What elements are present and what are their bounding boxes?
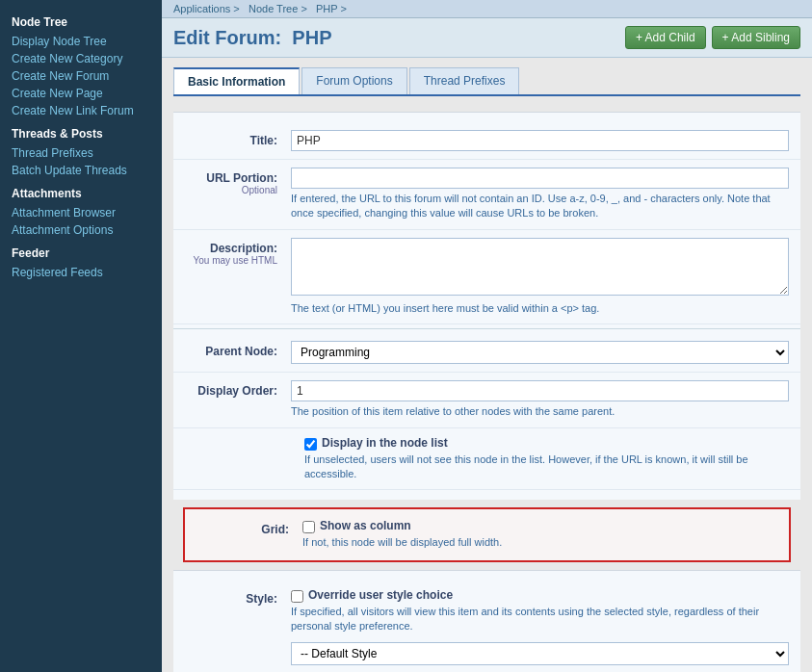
header-buttons: + Add Child + Add Sibling [625,26,800,49]
add-child-button[interactable]: + Add Child [625,26,706,49]
url-hint: If entered, the URL to this forum will n… [291,192,789,221]
sidebar-link-create-category[interactable]: Create New Category [0,50,162,67]
sidebar-link-registered-feeds[interactable]: Registered Feeds [0,264,162,281]
tab-thread-prefixes[interactable]: Thread Prefixes [409,67,520,94]
grid-section: Grid: Show as column If not, this node w… [183,507,791,561]
tabs: Basic Information Forum Options Thread P… [173,67,800,96]
title-field [291,130,789,151]
grid-inner: Grid: Show as column If not, this node w… [196,519,777,550]
display-order-input[interactable] [291,380,789,401]
content-area: Basic Information Forum Options Thread P… [162,58,812,672]
override-style-hint: If specified, all visitors will view thi… [291,605,789,634]
sidebar-section-node-tree: Node Tree [0,8,162,33]
sidebar: Node Tree Display Node Tree Create New C… [0,0,162,672]
breadcrumb-php[interactable]: PHP > [316,3,347,14]
breadcrumb-applications[interactable]: Applications > [173,3,240,14]
breadcrumb: Applications > Node Tree > PHP > [162,0,812,18]
style-field: Override user style choice If specified,… [291,588,789,665]
style-select[interactable]: -- Default Style [291,642,789,665]
page-title: Edit Forum: PHP [173,27,331,49]
url-field: If entered, the URL to this forum will n… [291,168,789,221]
sidebar-section-threads-posts: Threads & Posts [0,119,162,144]
sidebar-link-create-page[interactable]: Create New Page [0,85,162,102]
page-title-name: PHP [292,27,331,48]
url-row: URL Portion: Optional If entered, the UR… [173,160,800,230]
description-label: Description: You may use HTML [185,238,291,266]
title-label: Title: [185,130,291,147]
description-hint: The text (or HTML) you insert here must … [291,301,789,316]
breadcrumb-nodetree[interactable]: Node Tree > [249,3,307,14]
add-sibling-button[interactable]: + Add Sibling [712,26,800,49]
display-in-list-hint: If unselected, users will not see this n… [304,452,789,482]
grid-label: Grid: [196,519,302,536]
display-in-list-row: Display in the node list If unselected, … [173,428,800,491]
description-field: The text (or HTML) you insert here must … [291,238,789,316]
sidebar-link-batch-update[interactable]: Batch Update Threads [0,162,162,179]
parent-node-label: Parent Node: [185,341,291,358]
display-in-list-label: Display in the node list [304,436,789,451]
style-row: Style: Override user style choice If spe… [173,581,800,672]
show-as-column-hint: If not, this node will be displayed full… [302,535,777,550]
description-textarea[interactable] [291,238,789,296]
description-row: Description: You may use HTML The text (… [173,230,800,324]
page-title-prefix: Edit Forum: [173,27,281,48]
display-order-label: Display Order: [185,380,291,398]
show-as-column-label: Show as column [302,519,777,533]
display-order-hint: The position of this item relative to ot… [291,404,789,419]
display-order-field: The position of this item relative to ot… [291,380,789,419]
url-label: URL Portion: Optional [185,168,291,195]
sidebar-link-create-forum[interactable]: Create New Forum [0,67,162,85]
override-style-checkbox[interactable] [291,590,303,603]
title-input[interactable] [291,130,789,151]
parent-node-select[interactable]: Programming [291,341,789,364]
main-content: Applications > Node Tree > PHP > Edit Fo… [162,0,812,672]
url-input[interactable] [291,168,789,189]
sidebar-link-attachment-browser[interactable]: Attachment Browser [0,204,162,221]
sidebar-link-attachment-options[interactable]: Attachment Options [0,221,162,239]
style-select-container: -- Default Style [291,642,789,665]
style-label: Style: [185,588,291,606]
sidebar-section-feeder: Feeder [0,239,162,264]
show-as-column-checkbox[interactable] [302,521,315,533]
override-style-label: Override user style choice [291,588,789,603]
sidebar-link-create-link-forum[interactable]: Create New Link Forum [0,102,162,119]
page-header: Edit Forum: PHP + Add Child + Add Siblin… [162,18,812,58]
title-row: Title: [173,122,800,160]
grid-field: Show as column If not, this node will be… [302,519,777,550]
display-in-list-checkbox[interactable] [304,438,317,451]
sidebar-section-attachments: Attachments [0,179,162,204]
sidebar-link-thread-prefixes[interactable]: Thread Prefixes [0,144,162,162]
parent-node-field: Programming [291,341,789,364]
parent-node-row: Parent Node: Programming [173,333,800,373]
display-order-row: Display Order: The position of this item… [173,373,800,427]
style-section: Style: Override user style choice If spe… [173,570,800,672]
tab-basic-information[interactable]: Basic Information [173,67,300,94]
sidebar-link-display-node-tree[interactable]: Display Node Tree [0,33,162,50]
form-section: Title: URL Portion: Optional If entered,… [173,112,800,500]
tab-forum-options[interactable]: Forum Options [301,67,406,94]
display-in-list-field: Display in the node list If unselected, … [304,436,789,482]
